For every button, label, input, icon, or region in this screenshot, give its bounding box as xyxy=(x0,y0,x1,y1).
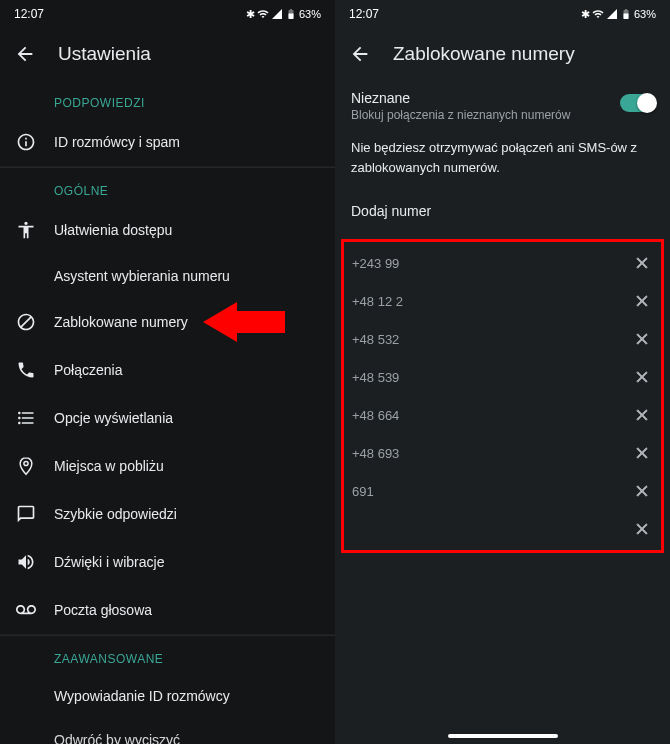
unknown-title: Nieznane xyxy=(351,90,570,106)
app-bar: Zablokowane numery xyxy=(335,28,670,80)
status-icons: ✱ 63% xyxy=(246,8,321,21)
status-time: 12:07 xyxy=(14,7,44,21)
add-number-button[interactable]: Dodaj numer xyxy=(335,195,670,239)
chat-icon xyxy=(16,504,36,524)
item-caller-announce[interactable]: Wypowiadanie ID rozmówcy xyxy=(0,674,335,718)
remove-number-button[interactable] xyxy=(633,406,651,424)
unknown-subtitle: Blokuj połączenia z nieznanych numerów xyxy=(351,108,570,122)
unknown-toggle-row: Nieznane Blokuj połączenia z nieznanych … xyxy=(335,80,670,134)
info-text: Nie będziesz otrzymywać połączeń ani SMS… xyxy=(335,134,670,195)
status-icons: ✱ 63% xyxy=(581,8,656,21)
remove-number-button[interactable] xyxy=(633,254,651,272)
item-label: ID rozmówcy i spam xyxy=(54,134,180,150)
app-bar: Ustawienia xyxy=(0,28,335,80)
item-nearby-places[interactable]: Miejsca w pobliżu xyxy=(0,442,335,490)
status-bar: 12:07 ✱ 63% xyxy=(335,0,670,28)
item-voicemail[interactable]: Poczta głosowa xyxy=(0,586,335,635)
item-label: Poczta głosowa xyxy=(54,602,152,618)
item-caller-id-spam[interactable]: ID rozmówcy i spam xyxy=(0,118,335,167)
accessibility-icon xyxy=(16,220,36,240)
highlight-annotation: +243 99 +48 12 2 +48 532 +48 539 +48 664… xyxy=(341,239,664,553)
blocked-number-row: 691 xyxy=(344,472,661,510)
section-advanced: ZAAWANSOWANE xyxy=(0,636,335,674)
status-bar: 12:07 ✱ 63% xyxy=(0,0,335,28)
blocked-number: +48 693 xyxy=(352,446,399,461)
back-button[interactable] xyxy=(349,43,371,65)
item-blocked-numbers[interactable]: Zablokowane numery xyxy=(0,298,335,346)
item-quick-responses[interactable]: Szybkie odpowiedzi xyxy=(0,490,335,538)
blocked-number: +48 12 2 xyxy=(352,294,403,309)
section-general: OGÓLNE xyxy=(0,168,335,206)
remove-number-button[interactable] xyxy=(633,292,651,310)
item-label: Wypowiadanie ID rozmówcy xyxy=(54,688,230,704)
item-label: Opcje wyświetlania xyxy=(54,410,173,426)
page-title: Zablokowane numery xyxy=(393,43,575,65)
item-calls[interactable]: Połączenia xyxy=(0,346,335,394)
phone-icon xyxy=(16,360,36,380)
section-hints: PODPOWIEDZI xyxy=(0,80,335,118)
remove-number-button[interactable] xyxy=(633,482,651,500)
item-accessibility[interactable]: Ułatwienia dostępu xyxy=(0,206,335,254)
item-label: Połączenia xyxy=(54,362,123,378)
item-sounds-vibration[interactable]: Dźwięki i wibracje xyxy=(0,538,335,586)
info-icon xyxy=(16,132,36,152)
item-display-options[interactable]: Opcje wyświetlania xyxy=(0,394,335,442)
blocked-number-row xyxy=(344,510,661,548)
item-flip-silence[interactable]: Odwróć by wyciszyć xyxy=(0,718,335,744)
page-title: Ustawienia xyxy=(58,43,151,65)
item-label: Szybkie odpowiedzi xyxy=(54,506,177,522)
remove-number-button[interactable] xyxy=(633,330,651,348)
item-label: Dźwięki i wibracje xyxy=(54,554,164,570)
remove-number-button[interactable] xyxy=(633,368,651,386)
block-icon xyxy=(16,312,36,332)
voicemail-icon xyxy=(16,600,36,620)
remove-number-button[interactable] xyxy=(633,444,651,462)
list-icon xyxy=(16,408,36,428)
nav-indicator xyxy=(448,734,558,738)
blocked-numbers-screen: 12:07 ✱ 63% Zablokowane numery Nieznane … xyxy=(335,0,670,744)
blocked-number-row: +243 99 xyxy=(344,244,661,282)
status-battery: 63% xyxy=(299,8,321,20)
blocked-number-row: +48 532 xyxy=(344,320,661,358)
item-label: Odwróć by wyciszyć xyxy=(54,732,180,744)
volume-icon xyxy=(16,552,36,572)
item-label: Asystent wybierania numeru xyxy=(54,268,230,284)
status-time: 12:07 xyxy=(349,7,379,21)
back-button[interactable] xyxy=(14,43,36,65)
item-label: Miejsca w pobliżu xyxy=(54,458,164,474)
location-icon xyxy=(16,456,36,476)
blocked-number-row: +48 539 xyxy=(344,358,661,396)
blocked-number-row: +48 693 xyxy=(344,434,661,472)
remove-number-button[interactable] xyxy=(633,520,651,538)
unknown-toggle[interactable] xyxy=(620,94,654,112)
blocked-number: +48 532 xyxy=(352,332,399,347)
blocked-number-row: +48 664 xyxy=(344,396,661,434)
item-dial-assist[interactable]: Asystent wybierania numeru xyxy=(0,254,335,298)
red-arrow-annotation xyxy=(203,302,285,342)
blocked-number: +243 99 xyxy=(352,256,399,271)
blocked-number-row: +48 12 2 xyxy=(344,282,661,320)
status-battery: 63% xyxy=(634,8,656,20)
blocked-number: +48 539 xyxy=(352,370,399,385)
blocked-number: 691 xyxy=(352,484,374,499)
settings-screen: 12:07 ✱ 63% Ustawienia PODPOWIEDZI ID ro… xyxy=(0,0,335,744)
item-label: Zablokowane numery xyxy=(54,314,188,330)
blocked-number: +48 664 xyxy=(352,408,399,423)
item-label: Ułatwienia dostępu xyxy=(54,222,172,238)
